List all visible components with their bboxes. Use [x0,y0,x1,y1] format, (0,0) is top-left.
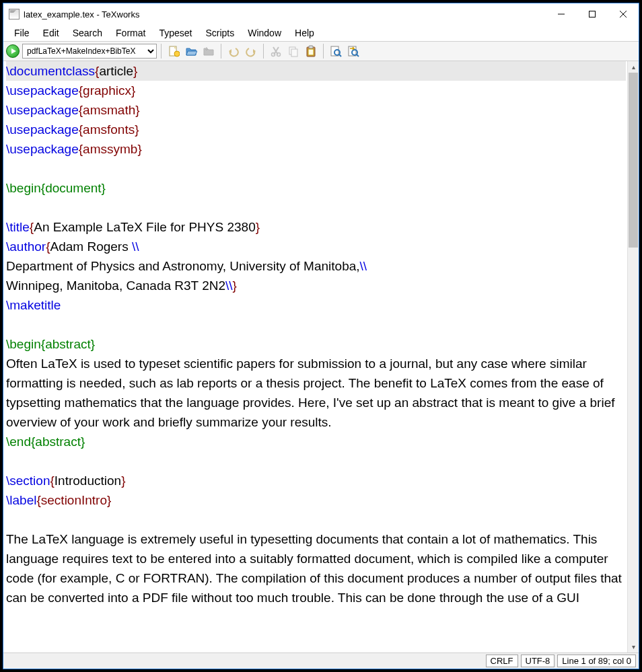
menu-search[interactable]: Search [66,26,109,40]
close-button[interactable] [608,4,639,24]
copy-button[interactable] [285,43,301,59]
svg-rect-14 [291,49,297,57]
save-file-button[interactable] [201,43,217,59]
svg-rect-16 [309,46,313,48]
text-editor[interactable]: \documentclass{article}\usepackage{graph… [3,61,627,652]
cut-button[interactable] [268,43,284,59]
minimize-button[interactable] [546,4,577,24]
menu-typeset[interactable]: Typeset [152,26,199,40]
typeset-run-button[interactable] [6,44,20,58]
undo-button[interactable] [225,43,242,59]
svg-line-23 [357,54,359,57]
app-window: latex_example.tex - TeXworks File Edit S… [3,3,639,669]
menu-file[interactable]: File [7,26,36,40]
new-file-button[interactable] [166,43,182,59]
find-button[interactable] [328,43,344,59]
window-title: latex_example.tex - TeXworks [24,9,139,20]
menu-window[interactable]: Window [241,26,288,40]
cursor-position-cell[interactable]: Line 1 of 89; col 0 [557,655,636,667]
encoding-cell[interactable]: UTF-8 [521,655,555,667]
menubar: File Edit Search Format Typeset Scripts … [3,25,639,41]
svg-rect-1 [590,11,596,17]
app-icon [9,9,20,20]
svg-line-20 [339,54,341,57]
lineending-cell[interactable]: CRLF [486,655,518,667]
open-file-button[interactable] [183,43,199,59]
scroll-up-arrow[interactable]: ▴ [628,61,639,73]
separator [221,44,221,59]
separator [323,44,324,59]
titlebar[interactable]: latex_example.tex - TeXworks [3,3,639,25]
svg-rect-17 [308,49,314,55]
separator [263,44,264,59]
menu-scripts[interactable]: Scripts [199,26,241,40]
maximize-button[interactable] [577,4,608,24]
scroll-down-arrow[interactable]: ▾ [628,641,639,652]
menu-edit[interactable]: Edit [36,26,66,40]
vertical-scrollbar[interactable]: ▴ ▾ [627,61,639,652]
separator [161,44,162,59]
replace-button[interactable] [345,43,361,59]
redo-button[interactable] [243,43,259,59]
svg-point-12 [277,53,281,57]
menu-format[interactable]: Format [109,26,152,40]
svg-point-6 [174,51,180,57]
engine-select[interactable]: pdfLaTeX+MakeIndex+BibTeX [22,44,157,59]
toolbar: pdfLaTeX+MakeIndex+BibTeX [3,41,639,61]
menu-help[interactable]: Help [288,26,321,40]
svg-point-11 [272,53,275,57]
editor-area: \documentclass{article}\usepackage{graph… [3,61,639,652]
statusbar: CRLF UTF-8 Line 1 of 89; col 0 [3,652,639,669]
scroll-thumb[interactable] [629,73,638,248]
paste-button[interactable] [303,43,319,59]
